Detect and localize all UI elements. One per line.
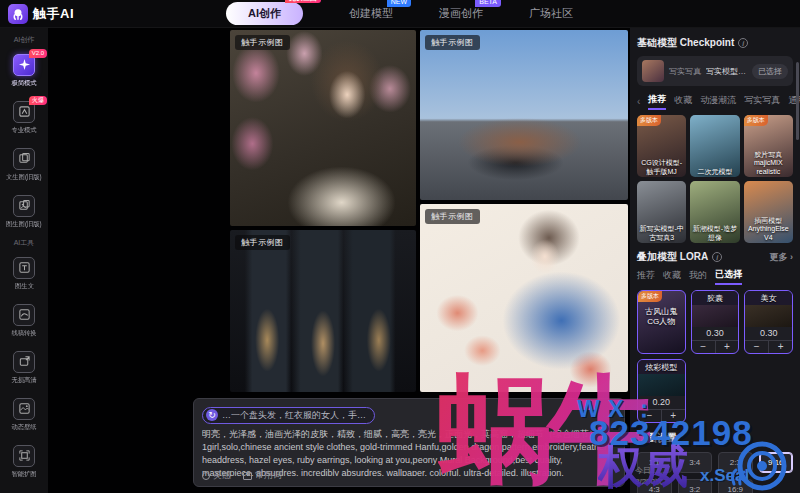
model-name: 二次元模型 (690, 168, 739, 176)
sidebar-item-label: 图生图(旧版) (6, 219, 42, 228)
prompt-actions: 灵感 常用词 (202, 469, 282, 482)
img2img-icon (13, 195, 35, 217)
info-icon[interactable]: i (712, 252, 722, 262)
model-name: 插画模型 AnythingElse V4 (744, 217, 793, 242)
sidebar-item-pro-mode[interactable]: 专业模式 火爆 (0, 94, 48, 141)
lora-card-meinv[interactable]: 美女 0.30 − + (744, 290, 793, 354)
lora-card-xuancai[interactable]: 炫彩模型 0.20 − + (637, 359, 686, 423)
selected-checkpoint-button[interactable]: 已选择 (752, 64, 788, 79)
sidebar-item-upscale[interactable]: 无损高清 (0, 344, 48, 391)
plus-button[interactable]: + (769, 341, 792, 353)
lora-thumb (638, 374, 685, 396)
selected-checkpoint-row[interactable]: 写实写真 写实模型-梦幻写真1v2 已选择 (637, 56, 793, 86)
right-settings-panel: 基础模型 Checkpoint i 写实写真 写实模型-梦幻写真1v2 已选择 … (630, 28, 800, 493)
minus-button[interactable]: − (692, 341, 716, 353)
ratio-9-16[interactable]: 9:16 (759, 452, 794, 473)
info-icon[interactable]: i (738, 38, 748, 48)
nav-tab-ai-create[interactable]: AI创作 免费生图 (226, 2, 303, 25)
checkpoint-tab-realistic[interactable]: 写实写真 (744, 94, 780, 109)
inspiration-button[interactable]: 灵感 (202, 469, 231, 482)
sample-image-futuristic-car[interactable]: 触手示例图 (420, 30, 628, 200)
sidebar-item-label: 线稿转换 (11, 328, 36, 337)
model-card[interactable]: 新潮模型-造梦想像 (690, 181, 739, 243)
quota-day-label: 今日 (635, 466, 663, 476)
checkpoint-tab-recommend[interactable]: 推荐 (648, 93, 666, 110)
hot-badge: 火爆 (29, 96, 47, 105)
common-words-button[interactable]: 常用词 (243, 469, 282, 482)
checkpoint-model-grid: 多版本 CG设计模型-触手版MJ 二次元模型 多版本 胶片写真 majicMIX… (637, 115, 793, 243)
lora-tab-favorites[interactable]: 收藏 (663, 269, 681, 284)
lora-title-text: 叠加模型 LORA (637, 250, 708, 264)
lora-more-link[interactable]: 更多 › (770, 251, 794, 264)
sidebar-item-label: 文生图(旧版) (6, 172, 42, 181)
sidebar-item-outpaint[interactable]: 智能扩图 (0, 438, 48, 485)
nav-tab-create-model[interactable]: 创建模型 NEW (349, 6, 393, 21)
multi-version-badge: 多版本 (637, 115, 661, 126)
model-card[interactable]: 多版本 CG设计模型-触手版MJ (637, 115, 686, 177)
refresh-icon[interactable]: ↻ (206, 409, 218, 421)
lora-card-grid: 多版本 古风山鬼CG人物 胶囊 0.30 − + 美女 0.30 − + (637, 290, 793, 423)
model-card[interactable]: 新写实模型-中古写真3 (637, 181, 686, 243)
sidebar-item-text2img[interactable]: 文生图(旧版) (0, 141, 48, 188)
lora-tabs: 推荐 收藏 我的 已选择 (637, 268, 793, 285)
sidebar-item-label: 极简模式 (11, 78, 36, 87)
sample-badge: 触手示例图 (235, 235, 290, 250)
sidebar-item-minimal-mode[interactable]: 极简模式 V2.0 (0, 47, 48, 94)
nav-tab-label: 广场社区 (529, 7, 573, 19)
checkpoint-title-text: 基础模型 Checkpoint (637, 36, 734, 50)
lora-tab-mine[interactable]: 我的 (689, 269, 707, 284)
lora-tab-selected[interactable]: 已选择 (715, 268, 742, 285)
lora-name: 美女 (745, 291, 792, 305)
sidebar-section-header: AI创作 (0, 35, 48, 45)
ratio-3-4[interactable]: 3:4 (678, 452, 713, 473)
chevron-left-icon[interactable]: ‹ (637, 96, 640, 107)
app-logo[interactable]: 触手AI (0, 4, 180, 24)
lora-card-jiaonang[interactable]: 胶囊 0.30 − + (691, 290, 740, 354)
sidebar-item-wallpaper[interactable]: 动态壁纸 (0, 391, 48, 438)
ratio-3-2[interactable]: 3:2 (678, 479, 713, 493)
sidebar-item-label: 动态壁纸 (11, 422, 36, 431)
checkpoint-tab-favorites[interactable]: 收藏 (674, 94, 692, 109)
selected-checkpoint-name: 写实模型-梦幻写真1v2 (706, 66, 747, 77)
sidebar-section-header: AI工具 (0, 238, 48, 248)
model-card[interactable]: 插画模型 AnythingElse V4 (744, 181, 793, 243)
model-name: 胶片写真 majicMIX realistic (744, 151, 793, 176)
lineart-convert-icon (13, 304, 35, 326)
nav-tab-community[interactable]: 广场社区 (529, 6, 573, 21)
selected-checkpoint-thumbnail (642, 60, 664, 82)
sample-image-ornate-bottles[interactable]: 触手示例图 (230, 230, 416, 392)
selected-checkpoint-category: 写实写真 (669, 66, 701, 77)
ratio-16-9[interactable]: 16:9 (718, 479, 753, 493)
sidebar-item-label: 无损高清 (11, 375, 36, 384)
lora-weight-value: 0.20 (638, 396, 685, 409)
lora-section-title: 叠加模型 LORA i 更多 › (637, 250, 793, 264)
prompt-history-text: …一个盘头发，红衣服的女人，手… (222, 409, 366, 422)
sidebar-item-img2img[interactable]: 图生图(旧版) (0, 188, 48, 235)
app-window: 触手AI AI创作 免费生图 创建模型 NEW 漫画创作 BETA 广场社区 A… (0, 0, 800, 493)
sample-badge: 触手示例图 (425, 209, 480, 224)
sidebar-item-lineart[interactable]: 线稿转换 (0, 297, 48, 344)
ratio-2-3[interactable]: 2:3 (718, 452, 753, 473)
minus-button[interactable]: − (745, 341, 769, 353)
nav-tab-comic-create[interactable]: 漫画创作 BETA (439, 6, 483, 21)
panel-scrollbar[interactable] (796, 62, 799, 140)
lora-thumb (745, 305, 792, 327)
model-card[interactable]: 多版本 胶片写真 majicMIX realistic (744, 115, 793, 177)
top-navbar: 触手AI AI创作 免费生图 创建模型 NEW 漫画创作 BETA 广场社区 (0, 0, 800, 28)
sidebar-item-img2text[interactable]: 图生文 (0, 250, 48, 297)
sidebar-item-label: 专业模式 (11, 125, 36, 134)
sample-image-portrait-flowers[interactable]: 触手示例图 (230, 30, 416, 226)
prompt-history-pill[interactable]: ↻ …一个盘头发，红衣服的女人，手… (202, 407, 375, 424)
prompt-panel[interactable]: ↻ …一个盘头发，红衣服的女人，手… 明亮，光泽感，油画光泽的皮肤，精致，细腻，… (193, 398, 625, 487)
app-title: 触手AI (33, 5, 74, 23)
lora-card-gufeng[interactable]: 多版本 古风山鬼CG人物 (637, 290, 686, 354)
sample-image-watercolor-hanfu-woman[interactable]: 触手示例图 (420, 204, 628, 392)
lora-tab-recommend[interactable]: 推荐 (637, 269, 655, 284)
minus-button[interactable]: − (638, 410, 662, 422)
plus-button[interactable]: + (716, 341, 739, 353)
checkpoint-tab-anime[interactable]: 动漫潮流 (700, 94, 736, 109)
model-card[interactable]: 二次元模型 (690, 115, 739, 177)
plus-button[interactable]: + (662, 410, 685, 422)
common-words-label: 常用词 (255, 469, 282, 482)
beta-badge: BETA (475, 0, 501, 7)
